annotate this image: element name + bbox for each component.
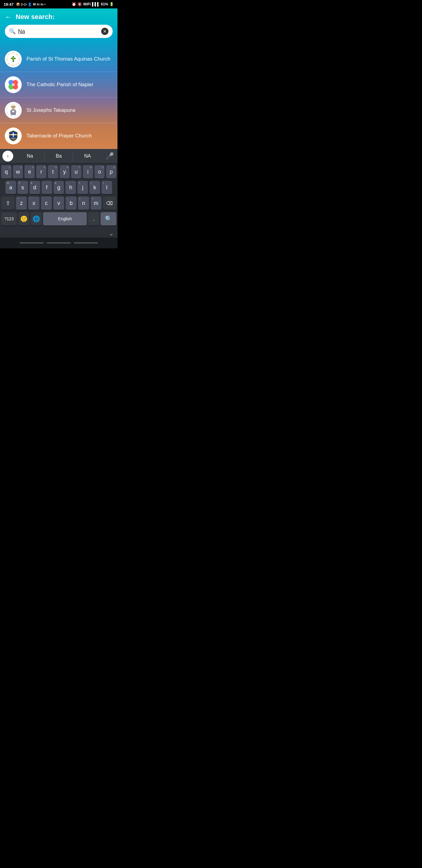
org-logo-3 <box>5 102 22 119</box>
key-y[interactable]: 6y <box>60 165 70 179</box>
expand-circle-icon: › <box>2 151 13 161</box>
key-m[interactable]: ?m <box>91 196 101 210</box>
battery-icon: 🔋 <box>109 2 114 6</box>
status-time: 19:47 📦 ▷ ▷ 👤 M in in • <box>4 2 45 7</box>
battery-display: 61% <box>101 2 108 6</box>
key-p[interactable]: 0p <box>106 165 116 179</box>
app-header: ← New search: <box>0 8 118 25</box>
search-results-list: Parish of St Thomas Aquinas Church The C… <box>0 44 118 149</box>
svg-point-13 <box>13 58 14 59</box>
space-button[interactable]: English <box>43 212 87 225</box>
key-z[interactable]: *z <box>16 196 27 210</box>
time-display: 19:47 <box>4 2 13 7</box>
svg-rect-29 <box>11 134 16 135</box>
org-name-2: The Catholic Parish of Napier <box>27 82 93 88</box>
org-name-4: Tabernacle of Prayer Church <box>27 133 92 139</box>
emoji-button[interactable]: 🙂 <box>19 212 29 225</box>
nav-pill-center <box>47 242 71 244</box>
key-j[interactable]: +j <box>77 181 88 194</box>
org-name-3: St Josephs Takapuna <box>27 107 75 113</box>
svg-rect-24 <box>12 111 14 113</box>
keyboard-row-1: 1q 2w 3e 4r 5t 6y 7u 8i 9o 0p <box>1 165 116 179</box>
period-button[interactable]: . <box>88 212 99 225</box>
org-logo-4 <box>5 127 22 144</box>
hide-keyboard-button[interactable]: ⌄ <box>109 230 114 237</box>
key-a[interactable]: @a <box>5 181 16 194</box>
key-k[interactable]: (k <box>90 181 100 194</box>
org-name-1: Parish of St Thomas Aquinas Church <box>27 56 110 62</box>
key-x[interactable]: "x <box>28 196 39 210</box>
delete-button[interactable]: ⌫ <box>103 196 116 210</box>
key-t[interactable]: 5t <box>48 165 58 179</box>
key-w[interactable]: 2w <box>13 165 23 179</box>
suggestion-word-1[interactable]: Na <box>16 151 44 161</box>
app-area: ← New search: 🔍 ✕ <box>0 8 118 149</box>
back-button[interactable]: ← <box>5 13 12 21</box>
result-item[interactable]: The Catholic Parish of Napier <box>0 72 118 98</box>
org-logo-2 <box>5 76 22 93</box>
result-item[interactable]: Parish of St Thomas Aquinas Church <box>0 46 118 72</box>
svg-point-19 <box>12 83 15 86</box>
key-e[interactable]: 3e <box>24 165 35 179</box>
wifi-icon: WiFi <box>83 2 91 6</box>
microphone-button[interactable]: 🎤 <box>102 149 118 163</box>
key-r[interactable]: 4r <box>36 165 46 179</box>
expand-suggestions-button[interactable]: › <box>0 149 16 163</box>
search-input[interactable] <box>18 28 99 35</box>
key-o[interactable]: 9o <box>95 165 105 179</box>
key-q[interactable]: 1q <box>1 165 11 179</box>
shift-button[interactable]: ⇧ <box>1 196 14 210</box>
keyboard-row-3: ⇧ *z "x 'c :v ;b !n ?m ⌫ <box>1 196 116 210</box>
key-v[interactable]: :v <box>53 196 64 210</box>
status-bar: 19:47 📦 ▷ ▷ 👤 M in in • ⏰ 🔇 WiFi ▌▌▌ 61%… <box>0 0 118 8</box>
svg-point-25 <box>12 106 14 108</box>
dots-logo-icon <box>6 78 21 92</box>
clear-search-button[interactable]: ✕ <box>101 28 108 35</box>
language-button[interactable]: 🌐 <box>31 212 41 225</box>
key-g[interactable]: &g <box>54 181 64 194</box>
key-u[interactable]: 7u <box>71 165 81 179</box>
result-item[interactable]: Tabernacle of Prayer Church <box>0 123 118 149</box>
person-logo-icon <box>6 103 21 118</box>
keyboard-rows: 1q 2w 3e 4r 5t 6y 7u 8i 9o 0p @a #s $d -… <box>0 163 118 228</box>
page-title: New search: <box>16 13 55 21</box>
cross-logo-icon <box>6 52 21 66</box>
suggestion-items: Na Ba NA <box>16 151 102 161</box>
suggestion-word-2[interactable]: Ba <box>44 151 73 161</box>
search-button[interactable]: 🔍 <box>101 212 116 225</box>
mute-icon: 🔇 <box>77 2 82 6</box>
key-s[interactable]: #s <box>18 181 28 194</box>
key-f[interactable]: -f <box>41 181 52 194</box>
shield-logo-icon <box>6 129 21 143</box>
suggestions-bar: › Na Ba NA 🎤 <box>0 149 118 163</box>
org-logo-1 <box>5 51 22 67</box>
nav-pill-right <box>74 242 98 244</box>
search-icon: 🔍 <box>9 28 16 35</box>
status-icons: 📦 ▷ ▷ 👤 M in in • <box>16 2 45 6</box>
status-indicators: ⏰ 🔇 WiFi ▌▌▌ 61% 🔋 <box>72 2 114 6</box>
signal-icon: ▌▌▌ <box>92 2 100 6</box>
keyboard-area: › Na Ba NA 🎤 1q 2w 3e 4r 5t 6y 7u 8i 9o … <box>0 149 118 248</box>
bottom-nav <box>0 238 118 248</box>
alarm-icon: ⏰ <box>72 2 76 6</box>
key-l[interactable]: )l <box>101 181 112 194</box>
keyboard-chevron-area: ⌄ <box>0 228 118 238</box>
keyboard-row-2: @a #s $d -f &g -h +j (k )l <box>1 181 116 194</box>
key-c[interactable]: 'c <box>41 196 52 210</box>
suggestion-word-3[interactable]: NA <box>73 151 102 161</box>
keyboard-row-bottom: ?123 🙂 🌐 English . 🔍 <box>1 212 116 225</box>
result-item[interactable]: St Josephs Takapuna <box>0 98 118 123</box>
search-bar-container: 🔍 ✕ <box>0 25 118 44</box>
key-d[interactable]: $d <box>30 181 40 194</box>
key-b[interactable]: ;b <box>66 196 76 210</box>
nav-pill-left <box>20 242 44 244</box>
key-n[interactable]: !n <box>78 196 89 210</box>
search-bar: 🔍 ✕ <box>5 25 112 38</box>
key-i[interactable]: 8i <box>83 165 93 179</box>
key-h[interactable]: -h <box>65 181 76 194</box>
numbers-symbols-button[interactable]: ?123 <box>1 212 17 225</box>
